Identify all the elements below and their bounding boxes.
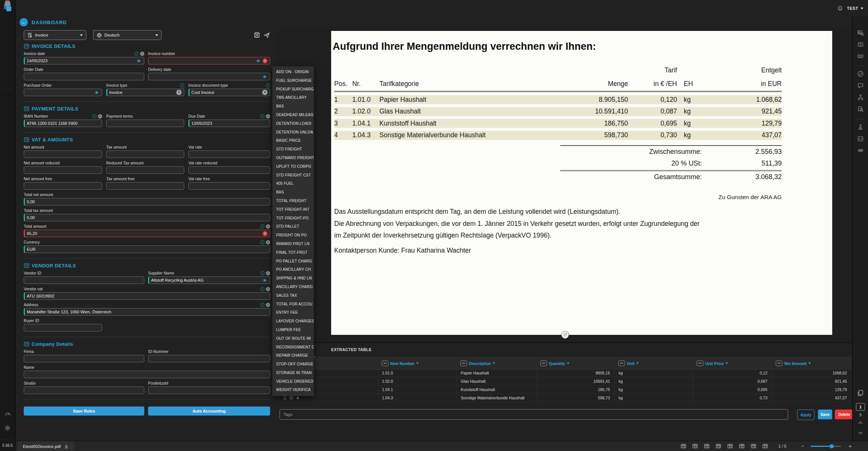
menu-item[interactable]: TOTAL FOR ACCOU <box>272 300 314 309</box>
approve-check-icon[interactable] <box>180 83 184 87</box>
menu-item[interactable]: INWARD FRGT LN <box>272 240 314 249</box>
user-menu[interactable]: TEST <box>847 6 863 11</box>
tags-input[interactable] <box>280 409 788 420</box>
table-add-row-icon[interactable] <box>692 443 698 449</box>
reject-x-icon[interactable] <box>266 224 270 229</box>
menu-item[interactable]: UPLIFT TO CORPO <box>272 163 314 171</box>
reject-x-icon[interactable] <box>98 114 102 118</box>
approve-check-icon[interactable] <box>260 240 264 244</box>
workflow-tree-icon[interactable] <box>857 94 864 101</box>
page-down-icon[interactable] <box>857 430 864 436</box>
menu-item[interactable]: STD PALLET <box>272 222 314 231</box>
column-header[interactable]: Description <box>457 357 536 369</box>
current-page-input[interactable]: 1 <box>856 403 865 411</box>
table-add-column-icon[interactable] <box>715 443 722 449</box>
menu-item[interactable]: FUEL SURCHARGE <box>272 77 314 85</box>
download-icon[interactable] <box>64 444 69 449</box>
code-view-icon[interactable] <box>857 135 864 142</box>
validation-check-icon[interactable] <box>857 71 864 77</box>
menu-item[interactable]: LAYOVER CHARGES <box>272 317 314 326</box>
column-header[interactable]: Quantity <box>536 357 614 369</box>
page-up-icon[interactable] <box>857 419 864 426</box>
menu-item[interactable]: LUMPER FEE <box>272 326 314 334</box>
autofill-plug-icon[interactable] <box>94 90 99 95</box>
table-delete-column-icon[interactable] <box>727 443 734 449</box>
column-header[interactable]: Unit <box>614 357 693 369</box>
column-menu-icon[interactable] <box>618 360 625 366</box>
reject-x-icon[interactable] <box>140 52 144 56</box>
apply-button[interactable]: Apply <box>797 410 815 420</box>
column-menu-icon[interactable] <box>697 360 703 366</box>
approve-check-icon[interactable] <box>134 52 139 56</box>
table-merge-icon[interactable] <box>750 443 757 449</box>
document-search-icon[interactable] <box>857 106 864 112</box>
zoom-in-icon[interactable] <box>848 443 852 449</box>
more-options-icon[interactable] <box>857 147 864 154</box>
menu-item[interactable]: SHPPNG & HND LN <box>272 274 314 283</box>
menu-item[interactable]: PO PALLET CHARG <box>272 257 314 266</box>
zoom-slider[interactable] <box>811 446 841 447</box>
menu-item[interactable]: FREIGHT ON PO <box>272 231 314 240</box>
column-header[interactable]: Net Amount <box>772 357 851 369</box>
clear-field-icon[interactable] <box>262 90 267 95</box>
document-type-select[interactable]: Invoice <box>24 30 86 40</box>
approve-check-icon[interactable] <box>260 224 264 229</box>
pages-icon[interactable] <box>857 389 864 397</box>
menu-item[interactable]: PO ANCILLARY CH <box>272 265 314 274</box>
approve-check-icon[interactable] <box>92 114 96 118</box>
file-tab[interactable]: Etest002invoice.pdf <box>18 441 74 451</box>
menu-item[interactable]: SALES TAX <box>272 291 314 300</box>
send-icon[interactable] <box>263 32 270 38</box>
menu-item[interactable]: BASIC PRICE <box>272 137 314 145</box>
approve-check-icon[interactable] <box>260 271 264 275</box>
menu-item[interactable]: BAS <box>272 188 314 197</box>
language-select[interactable]: Deutsch <box>93 30 162 40</box>
settings-gear-icon[interactable] <box>4 425 11 431</box>
layout-panels-icon[interactable] <box>857 41 864 48</box>
table-row[interactable]: 3 1.04.1 Kunststoff Haushalt 186,75 kg 0… <box>279 385 851 394</box>
table-row[interactable]: 2 1.02.0 Glas Haushalt 10591,41 kg 0,087… <box>279 377 851 385</box>
comments-icon[interactable] <box>857 82 864 89</box>
column-header[interactable]: Item Number <box>378 357 457 369</box>
tab-extracted-table[interactable]: EXTRACTED TABLE <box>325 343 377 356</box>
menu-item[interactable]: STD FREIGHT CST <box>272 171 314 180</box>
rotate-page-icon[interactable] <box>561 331 569 339</box>
autofill-plug-icon[interactable] <box>136 58 142 63</box>
purchases-cart-icon[interactable] <box>4 0 11 7</box>
auto-accounting-button[interactable]: Auto Accounting <box>148 407 270 416</box>
approval-stamp-icon[interactable] <box>857 124 864 130</box>
delete-button[interactable]: Delete <box>835 410 854 419</box>
menu-item[interactable]: ADD ON - ORIGIN <box>272 68 314 77</box>
column-menu-icon[interactable] <box>382 360 388 366</box>
menu-item[interactable]: FINAL TOT-FRGT <box>272 249 314 257</box>
table-row[interactable]: 1 1.01.0 Papier Haushalt 8905,15 kg 0,12… <box>279 369 851 377</box>
menu-item[interactable]: PICKUP SURCHARG <box>272 85 314 94</box>
menu-item[interactable]: OUTWARD FREIGHT <box>272 154 314 163</box>
reject-x-icon[interactable] <box>266 271 270 275</box>
menu-item[interactable]: REPAIR CHARGE <box>272 351 314 360</box>
menu-item[interactable]: WEIGHT VERIFICA <box>272 386 314 394</box>
column-menu-icon[interactable] <box>776 360 782 366</box>
capture-image-icon[interactable] <box>857 29 864 36</box>
approve-check-icon[interactable] <box>260 303 264 307</box>
reject-x-icon[interactable] <box>266 114 270 118</box>
table-split-icon[interactable] <box>738 443 745 449</box>
keyboard-icon[interactable] <box>857 53 864 60</box>
menu-item[interactable]: ANCILLARY CHARG <box>272 283 314 291</box>
table-columns-icon[interactable] <box>680 443 687 449</box>
autofill-plug-icon[interactable] <box>256 58 261 63</box>
zoom-out-icon[interactable] <box>801 443 804 449</box>
column-menu-icon[interactable] <box>460 360 467 366</box>
save-button[interactable]: Save <box>818 410 832 419</box>
reject-x-icon[interactable] <box>266 303 270 307</box>
menu-item[interactable]: DETENTION LOADI <box>272 120 314 128</box>
menu-item[interactable]: TOTAL FREIGHT <box>272 197 314 206</box>
menu-item[interactable]: TOT FREIGHT-PO <box>272 214 314 223</box>
approve-check-icon[interactable] <box>266 83 270 87</box>
menu-item[interactable]: DETENTION UNLOA <box>272 128 314 137</box>
approve-check-icon[interactable] <box>260 114 264 118</box>
menu-item[interactable]: OUT OF ROUTE MI <box>272 334 314 343</box>
reject-x-icon[interactable] <box>266 240 270 244</box>
approve-check-icon[interactable] <box>260 287 264 291</box>
clear-field-icon[interactable] <box>176 90 182 95</box>
